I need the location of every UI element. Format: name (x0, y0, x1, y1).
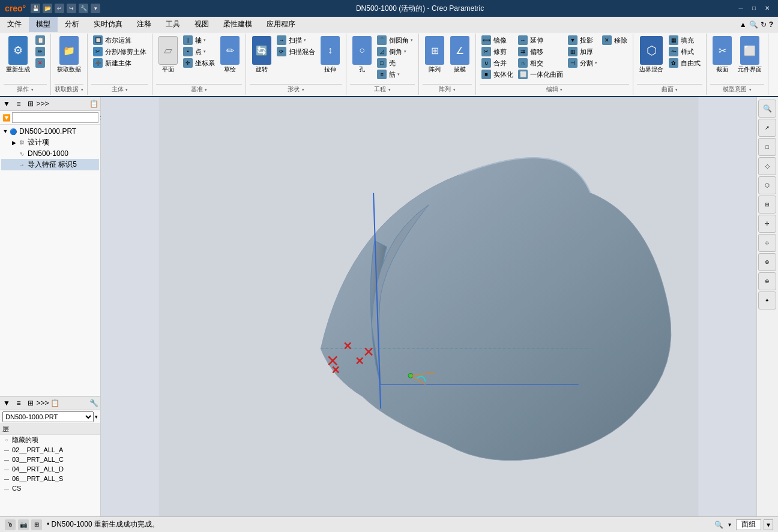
menu-annotation[interactable]: 注释 (130, 17, 158, 32)
btn-sketch[interactable]: ✏ 草绘 (218, 35, 242, 75)
menu-simulation[interactable]: 实时仿真 (86, 17, 130, 32)
btn-offset[interactable]: ⇉偏移 (516, 46, 565, 57)
btn-thicken[interactable]: ▥加厚 (566, 46, 599, 57)
right-btn-zoom[interactable]: 🔍 (758, 100, 776, 118)
layer-hidden[interactable]: ○ 隐藏的项 (0, 435, 100, 445)
btn-merge[interactable]: ∪合并 (480, 58, 515, 68)
btn-remove[interactable]: ✕移除 (600, 35, 629, 46)
btn-rib[interactable]: ≡筋▾ (375, 69, 415, 80)
right-btn-view2[interactable]: □ (758, 138, 776, 156)
tree-expand-root[interactable]: ▼ (2, 128, 8, 134)
panel-icon-clip[interactable]: 📋 (88, 98, 99, 109)
btn-trim[interactable]: ✂修剪 (480, 46, 515, 57)
btn-coord[interactable]: ✛坐标系 (181, 58, 217, 68)
btn-project[interactable]: ▼投影 (566, 35, 599, 46)
tree-expand-design[interactable]: ▶ (11, 140, 17, 146)
qa-undo[interactable]: ↩ (55, 4, 64, 13)
close-button[interactable]: ✕ (761, 4, 773, 13)
btn-pattern[interactable]: ⊞ 阵列 (423, 35, 447, 75)
btn-mirror[interactable]: ⟺镜像 (480, 35, 515, 46)
maximize-button[interactable]: □ (748, 4, 760, 13)
btn-split-edit[interactable]: ⊣分割▾ (566, 58, 599, 68)
btn-extend[interactable]: ↔延伸 (516, 35, 565, 46)
btn-unify[interactable]: ⬜一体化曲面 (516, 69, 565, 80)
panel-icon-expand[interactable]: ⊞ (25, 98, 36, 109)
btn-op2[interactable]: ✏ (34, 46, 47, 57)
btn-plane[interactable]: ▱ 平面 (156, 35, 180, 75)
menu-view[interactable]: 视图 (187, 17, 216, 32)
layer-06[interactable]: — 06__PRT_ALL_S (0, 474, 100, 483)
statusbar-icon-camera[interactable]: 📷 (18, 519, 29, 530)
menu-file[interactable]: 文件 (0, 17, 29, 32)
menu-tools[interactable]: 工具 (158, 17, 187, 32)
tree-item-dn500[interactable]: ∿ DN500-1000 (1, 148, 99, 159)
btn-style[interactable]: 〜样式 (667, 46, 702, 57)
btn-op1[interactable]: 📋 (34, 35, 47, 46)
btn-fill[interactable]: ▦填充 (667, 35, 702, 46)
right-btn-view4[interactable]: ⬡ (758, 176, 776, 194)
btn-shell[interactable]: □壳 (375, 58, 415, 68)
btn-freestyle[interactable]: ✿自由式 (667, 58, 702, 68)
right-btn-view1[interactable]: ↗ (758, 119, 776, 137)
tree-item-import[interactable]: → 导入特征 标识5 (1, 159, 99, 170)
viewport[interactable] (101, 97, 756, 516)
qa-new[interactable]: 💾 (31, 4, 40, 13)
panel-icon-filter[interactable]: ▼ (1, 98, 12, 109)
panel-icon-more[interactable]: >>> (37, 98, 48, 109)
btn-extrude[interactable]: ↕ 拉伸 (318, 35, 342, 75)
face-dropdown[interactable]: ▾ (764, 519, 773, 530)
help-icon[interactable]: ? (769, 20, 773, 29)
qa-settings[interactable]: 🔧 (79, 4, 88, 13)
statusbar-icon-mouse[interactable]: 🖱 (5, 519, 16, 530)
right-btn-view5[interactable]: ⊞ (758, 196, 776, 214)
layer-03[interactable]: — 03__PRT_ALL_C (0, 455, 100, 464)
right-btn-orient[interactable]: ⊛ (758, 253, 776, 271)
btn-sweep[interactable]: →扫描▾ (275, 35, 317, 46)
qa-open[interactable]: 📂 (43, 4, 52, 13)
btn-chamfer[interactable]: ◿倒角▾ (375, 46, 415, 57)
btn-sweep-blend[interactable]: ⟳扫描混合 (275, 46, 317, 57)
btn-boundary-blend[interactable]: ⬡ 边界混合 (637, 35, 666, 75)
menu-analysis[interactable]: 分析 (58, 17, 86, 32)
btn-op3[interactable]: ✕ (34, 58, 47, 68)
tree-item-design[interactable]: ▶ ⚙ 设计项 (1, 137, 99, 148)
btn-point[interactable]: •点▾ (181, 46, 217, 57)
layer-dropdown[interactable]: DN500-1000.PRT (2, 411, 94, 422)
right-btn-grid[interactable]: ⊹ (758, 234, 776, 252)
btn-newbody[interactable]: ➕新建主体 (91, 58, 148, 68)
statusbar-search-btn[interactable]: ▾ (728, 521, 731, 528)
btn-round[interactable]: ⌒倒圆角▾ (375, 35, 415, 46)
btn-split[interactable]: ✂分割/修剪主体 (91, 46, 148, 57)
search-icon[interactable]: 🔍 (749, 20, 758, 29)
menu-model[interactable]: 模型 (29, 17, 58, 32)
right-btn-axis[interactable]: ✛ (758, 215, 776, 233)
right-btn-star[interactable]: ✦ (758, 291, 776, 309)
layer-icon-expand[interactable]: ⊞ (25, 398, 36, 408)
layer-04[interactable]: — 04__PRT_ALL_D (0, 464, 100, 474)
layer-icon-clip[interactable]: 📋 (49, 398, 60, 408)
qa-expand[interactable]: ▾ (91, 4, 100, 13)
btn-boolean[interactable]: 🔲布尔运算 (91, 35, 148, 46)
btn-axis[interactable]: |轴▾ (181, 35, 217, 46)
layer-02[interactable]: — 02__PRT_ALL_A (0, 445, 100, 455)
panel-icon-list[interactable]: ≡ (13, 98, 24, 109)
btn-getdata[interactable]: 📁 获取数据 (55, 35, 83, 75)
menu-apps[interactable]: 应用程序 (259, 17, 303, 32)
btn-component-interface[interactable]: ⬜ 元件界面 (735, 35, 764, 75)
qa-redo[interactable]: ↪ (67, 4, 76, 13)
btn-revolve[interactable]: 🔄 旋转 (250, 35, 274, 75)
minimize-button[interactable]: ─ (735, 4, 747, 13)
statusbar-search-icon[interactable]: 🔍 (714, 521, 723, 529)
right-btn-view3[interactable]: ◇ (758, 157, 776, 175)
layer-icon-filter[interactable]: ▼ (1, 398, 12, 408)
btn-draft[interactable]: ∠ 拔模 (448, 35, 472, 75)
right-btn-add[interactable]: ⊕ (758, 272, 776, 290)
nav-up-icon[interactable]: ▲ (740, 20, 747, 29)
btn-regenerate[interactable]: ⚙ 重新生成 (4, 35, 32, 75)
layer-icon-list[interactable]: ≡ (13, 398, 24, 408)
btn-section[interactable]: ✂ 截面 (710, 35, 734, 75)
nav-history-icon[interactable]: ↻ (761, 20, 767, 29)
btn-intersect[interactable]: ∩相交 (516, 58, 565, 68)
tree-filter-input[interactable] (12, 112, 98, 123)
menu-flexible[interactable]: 柔性建模 (216, 17, 259, 32)
